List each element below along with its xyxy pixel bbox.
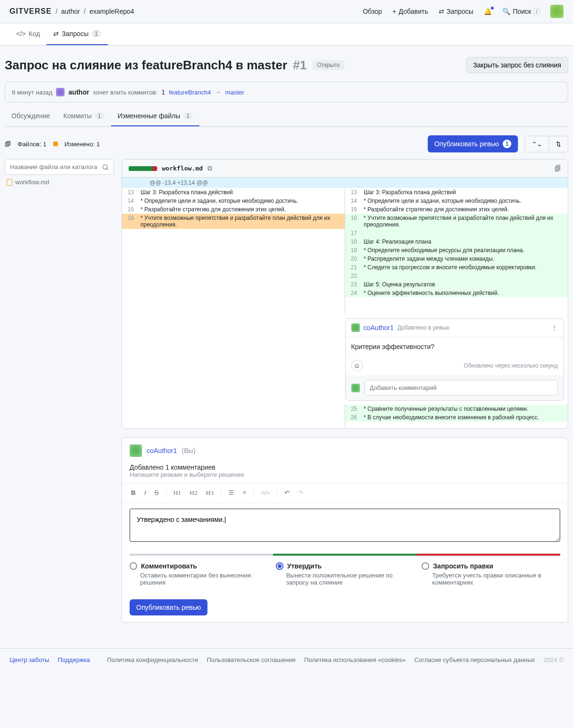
diff-line[interactable]: 14* Определите цели и задачи, которые не… (122, 197, 345, 205)
bell-icon[interactable]: 🔔 (484, 8, 492, 15)
subtab-discussion[interactable]: Обсуждение (5, 106, 57, 126)
tab-requests[interactable]: ⇄Запросы1 (47, 23, 108, 45)
publish-review-button[interactable]: Опубликовать ревью1 (428, 135, 518, 152)
diff-line[interactable]: 21* Следите за прогрессом и вносите необ… (345, 263, 568, 272)
author-name[interactable]: author (68, 88, 89, 96)
bold-icon[interactable]: B (127, 486, 140, 500)
code-icon[interactable]: </> (257, 486, 274, 500)
kebab-icon[interactable]: ⋮ (551, 324, 558, 331)
md-file-icon (7, 179, 12, 186)
radio-changes[interactable] (422, 562, 429, 570)
file-stats: 🗐 Файлов: 1 Изменено: 1 (5, 141, 100, 148)
italic-icon[interactable]: I (140, 486, 150, 500)
nav-add[interactable]: +Добавить (393, 8, 428, 15)
user-avatar[interactable] (550, 5, 564, 18)
file-icon: 🗐 (5, 141, 11, 148)
top-header: GITVERSE / author / exampleRepo4 Обзор +… (0, 0, 573, 23)
footer-personal[interactable]: Согласие субъекта персональных данных (414, 656, 535, 663)
file-action-icon[interactable]: 🗐 (554, 165, 561, 172)
decision-approve[interactable]: Утвердить Вынести положительное решение … (276, 562, 414, 586)
diff-line[interactable]: 15* Разработайте стратегию для достижени… (122, 205, 345, 214)
footer-cookies[interactable]: Политика использования «cookies» (304, 656, 406, 663)
emoji-button[interactable]: ☺ (351, 360, 363, 371)
diff-line[interactable]: 15* Разработайте стратегию для достижени… (345, 205, 568, 214)
to-branch[interactable]: master (225, 89, 244, 96)
diff-stat-bar (129, 166, 157, 171)
strike-icon[interactable]: S (150, 486, 163, 500)
review-added-count: Добавлено 1 комментариев (130, 463, 560, 471)
diff-line[interactable]: 13Шаг 3: Разработка плана действий (122, 188, 345, 197)
diff-line[interactable]: 16* Учтите возможные препятствия и разра… (122, 214, 345, 229)
tab-code[interactable]: </>Код (9, 23, 47, 45)
collapse-icon[interactable]: ⌃⌄ (525, 136, 549, 152)
publish-review-final-button[interactable]: Опубликовать ревью (130, 599, 207, 615)
diff-line[interactable]: 23Шаг 5: Оценка результатов (345, 280, 568, 289)
subtab-commits[interactable]: Коммиты1 (57, 106, 111, 126)
time-ago: 8 минут назад (12, 89, 52, 96)
comment-body: Критерии эффективности? (346, 337, 564, 356)
diff-line[interactable]: 19* Определите необходимые ресурсы для р… (345, 246, 568, 255)
h1-icon[interactable]: H1 (169, 486, 185, 500)
file-sidebar: workflow.md (5, 159, 114, 429)
hunk-header: @@ -13,4 +13,14 @@ (122, 178, 568, 188)
footer-privacy[interactable]: Политика конфиденциальности (107, 656, 198, 663)
breadcrumb-sep: / (56, 8, 57, 15)
footer: Центр заботы Поддержка Политика конфиден… (0, 648, 573, 671)
reply-input[interactable] (365, 380, 558, 396)
radio-comment[interactable] (130, 562, 137, 570)
pr-info-box: 8 минут назад author хочет влить коммито… (5, 82, 568, 103)
h2-icon[interactable]: H2 (186, 486, 202, 500)
radio-approve[interactable] (276, 562, 283, 570)
code-icon: </> (16, 30, 26, 38)
diff-line[interactable]: 26* В случае необходимости внесите измен… (345, 413, 568, 422)
diff-file-name: workflow.md (162, 165, 203, 172)
ol-icon[interactable]: ≡ (238, 486, 251, 500)
editor-toolbar: B I S H1 H2 H3 ☰ ≡ </> ↶ ↷ (122, 483, 568, 503)
breadcrumb-author[interactable]: author (61, 8, 80, 15)
pr-title: Запрос на слияние из featureBranch4 в ma… (5, 58, 287, 73)
diff-line[interactable]: 16* Учтите возможные препятствия и разра… (345, 214, 568, 229)
git-pr-icon: ⇄ (53, 30, 59, 38)
status-badge: Открыто (312, 60, 344, 70)
review-panel: coAuthor1 (Вы) Добавлено 1 комментариев … (122, 437, 568, 623)
reviewer-name: coAuthor1 (147, 447, 177, 454)
pr-subtabs: Обсуждение Коммиты1 Измененные файлы1 (5, 106, 568, 127)
comment-author[interactable]: coAuthor1 (364, 324, 394, 331)
redo-icon[interactable]: ↷ (294, 486, 308, 500)
repo-tabs: </>Код ⇄Запросы1 (0, 23, 573, 46)
review-textarea[interactable] (130, 509, 560, 542)
diff-line[interactable]: 25* Сравните полученные результаты с пос… (345, 405, 568, 413)
ul-icon[interactable]: ☰ (224, 486, 238, 500)
h3-icon[interactable]: H3 (202, 486, 218, 500)
footer-terms[interactable]: Пользовательское соглашение (207, 656, 295, 663)
view-toggle: ⌃⌄ ⇅ (525, 136, 568, 152)
subtab-files[interactable]: Измененные файлы1 (111, 106, 200, 126)
diff-line[interactable]: 18Шаг 4: Реализация плана (345, 237, 568, 246)
diff-line[interactable]: 24* Оцените эффективность выполненных де… (345, 289, 568, 297)
undo-icon[interactable]: ↶ (280, 486, 294, 500)
file-search-input[interactable] (5, 159, 114, 175)
arrow-icon: → (215, 88, 222, 96)
diff-line[interactable]: 22 (345, 272, 568, 280)
file-tree-item[interactable]: workflow.md (5, 175, 114, 189)
nav-search[interactable]: 🔍Поиск/ (502, 8, 540, 15)
diff-right-after: 25* Сравните полученные результаты с пос… (345, 405, 568, 428)
diff-line[interactable]: 17 (345, 229, 568, 237)
close-pr-button[interactable]: Закрыть запрос без слияния (466, 57, 568, 73)
footer-care[interactable]: Центр заботы (9, 656, 49, 663)
diff-line[interactable]: 13Шаг 3: Разработка плана действий (345, 188, 568, 197)
diff-line[interactable]: 14* Определите цели и задачи, которые не… (345, 197, 568, 205)
expand-icon[interactable]: ⇅ (549, 136, 568, 152)
author-avatar (56, 88, 65, 96)
copy-icon[interactable]: ⧉ (207, 164, 212, 172)
diff-line[interactable]: 20* Распределите задачи между членами ко… (345, 255, 568, 263)
from-branch[interactable]: featureBranch4 (169, 89, 211, 96)
decision-comment[interactable]: Комментировать Оставить комментарии без … (130, 562, 268, 586)
breadcrumb-repo[interactable]: exampleRepo4 (89, 8, 134, 15)
footer-support[interactable]: Поддержка (58, 656, 90, 663)
logo[interactable]: GITVERSE (9, 7, 52, 16)
decision-changes[interactable]: Запросить правки Требуется учесть правки… (422, 562, 560, 586)
self-avatar (351, 384, 360, 392)
nav-overview[interactable]: Обзор (363, 8, 382, 15)
nav-requests[interactable]: ⇄Запросы (439, 8, 473, 15)
